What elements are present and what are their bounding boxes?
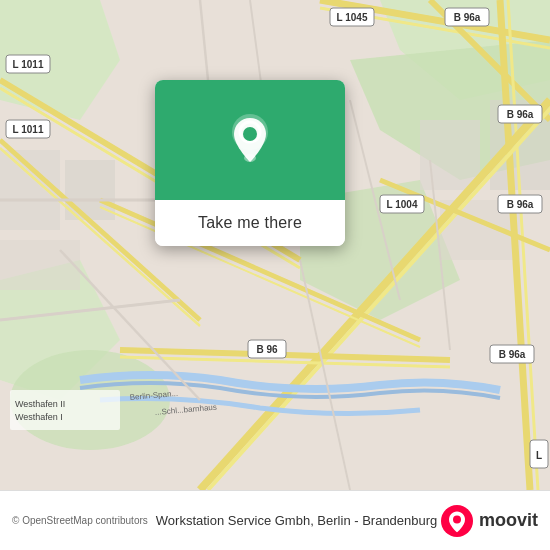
moovit-logo: moovit [441,505,538,537]
svg-text:L 1011: L 1011 [13,124,44,135]
map-pin-icon [225,110,275,170]
svg-text:L 1045: L 1045 [337,12,368,23]
svg-rect-10 [420,120,480,190]
take-me-there-button[interactable]: Take me there [155,200,345,246]
popup-card: Take me there [155,80,345,246]
svg-text:L: L [536,450,542,461]
svg-rect-9 [0,240,80,290]
svg-point-67 [453,515,461,523]
svg-text:Westhafen I: Westhafen I [15,412,63,422]
svg-text:L 1004: L 1004 [387,199,418,210]
map-container[interactable]: Westhafen II Westhafen I Berlin-Span... … [0,0,550,490]
moovit-icon [441,505,473,537]
svg-text:B 96a: B 96a [454,12,481,23]
location-text: Workstation Service Gmbh, Berlin - Brand… [156,513,441,528]
svg-text:B 96a: B 96a [507,199,534,210]
moovit-label: moovit [479,510,538,531]
svg-text:B 96: B 96 [256,344,278,355]
osm-attribution: © OpenStreetMap contributors [12,515,148,526]
svg-text:Westhafen II: Westhafen II [15,399,65,409]
svg-rect-37 [10,390,120,430]
popup-header [155,80,345,200]
svg-rect-7 [0,150,60,230]
svg-text:B 96a: B 96a [507,109,534,120]
bottom-bar: © OpenStreetMap contributors Workstation… [0,490,550,550]
svg-text:B 96a: B 96a [499,349,526,360]
svg-text:L 1011: L 1011 [13,59,44,70]
svg-point-65 [243,127,257,141]
